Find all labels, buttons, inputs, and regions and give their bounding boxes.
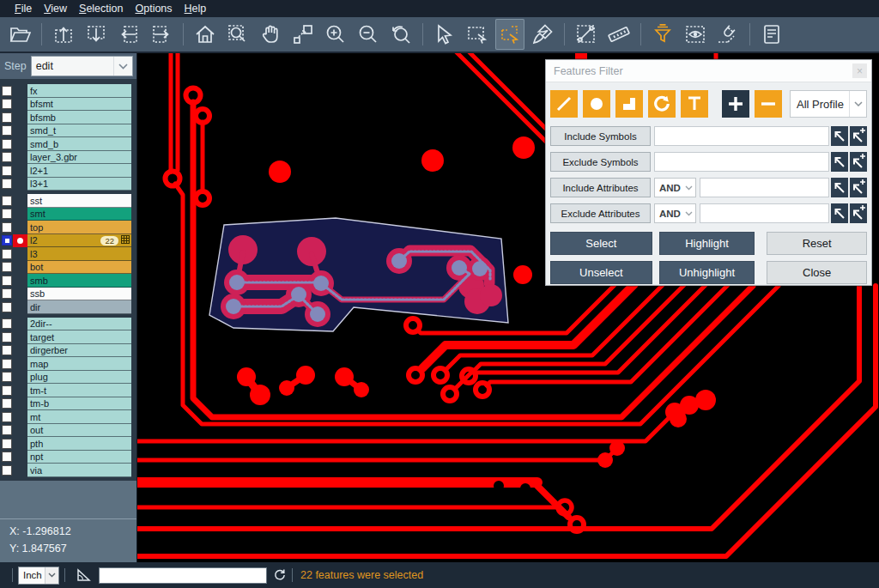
layer-indicator[interactable] bbox=[13, 451, 27, 464]
layer-name-cell[interactable]: l222 bbox=[27, 234, 131, 248]
pan-hand-button[interactable] bbox=[256, 19, 285, 50]
filter-input[interactable] bbox=[654, 152, 829, 172]
layer-row-ssb[interactable]: ssb bbox=[0, 288, 136, 301]
layer-name-cell[interactable]: dir bbox=[27, 300, 131, 314]
layer-checkbox[interactable] bbox=[2, 385, 12, 396]
layer-name-cell[interactable]: ssb bbox=[27, 288, 131, 301]
layer-row-map[interactable]: map bbox=[0, 357, 136, 371]
filter-label-button[interactable]: Exclude Symbols bbox=[550, 152, 651, 172]
layer-checkbox[interactable] bbox=[2, 209, 12, 219]
select-button[interactable]: Select bbox=[550, 232, 652, 255]
layer-checkbox[interactable] bbox=[2, 412, 12, 422]
layer-indicator[interactable] bbox=[13, 164, 27, 178]
layer-checkbox[interactable] bbox=[2, 112, 12, 123]
filter-label-button[interactable]: Include Symbols bbox=[550, 126, 651, 146]
close-icon[interactable]: × bbox=[852, 64, 867, 78]
grid-table-icon[interactable] bbox=[121, 235, 130, 246]
menu-item-view[interactable]: View bbox=[38, 1, 73, 16]
filter-input[interactable] bbox=[700, 178, 829, 197]
sync-icon[interactable] bbox=[273, 568, 287, 582]
layer-checkbox[interactable] bbox=[2, 372, 12, 382]
pick-button[interactable] bbox=[831, 178, 848, 197]
layer-row-l2+1[interactable]: l2+1 bbox=[0, 164, 136, 178]
layer-row-target[interactable]: target bbox=[0, 330, 136, 344]
layer-name-cell[interactable]: target bbox=[27, 330, 131, 344]
layer-row-tm-b[interactable]: tm-b bbox=[0, 397, 136, 411]
layer-checkbox[interactable] bbox=[2, 249, 12, 259]
layer-checkbox[interactable] bbox=[2, 302, 12, 312]
layer-checkbox[interactable] bbox=[2, 125, 12, 136]
layer-indicator[interactable] bbox=[13, 261, 27, 275]
paste-left-button[interactable] bbox=[114, 19, 143, 50]
and-or-select[interactable]: AND bbox=[654, 178, 696, 197]
and-or-select[interactable]: AND bbox=[654, 203, 696, 223]
pick-add-button[interactable] bbox=[850, 203, 867, 223]
filter-input[interactable] bbox=[654, 126, 829, 146]
layer-indicator[interactable] bbox=[13, 247, 27, 261]
unhighlight-button[interactable]: Unhighlight bbox=[659, 261, 755, 284]
layer-name-cell[interactable]: 2dir-- bbox=[27, 318, 131, 331]
layer-indicator[interactable] bbox=[13, 318, 27, 331]
close-button[interactable]: Close bbox=[767, 261, 867, 284]
menu-item-help[interactable]: Help bbox=[179, 1, 213, 16]
layer-name-cell[interactable]: layer_3.gbr bbox=[27, 151, 131, 165]
layer-indicator[interactable] bbox=[13, 151, 27, 165]
layer-checkbox[interactable] bbox=[2, 359, 12, 369]
unselect-button[interactable]: Unselect bbox=[550, 261, 652, 284]
layer-row-bot[interactable]: bot bbox=[0, 261, 136, 275]
unit-select[interactable]: Inch bbox=[18, 567, 59, 585]
layer-row-tm-t[interactable]: tm-t bbox=[0, 384, 136, 397]
paste-up-button[interactable] bbox=[49, 19, 78, 50]
text-filter-button[interactable] bbox=[681, 90, 708, 118]
home-button[interactable] bbox=[191, 19, 220, 50]
filter-input[interactable] bbox=[700, 203, 829, 223]
layer-checkbox[interactable] bbox=[2, 235, 12, 246]
layer-checkbox[interactable] bbox=[2, 425, 12, 435]
paste-right-button[interactable] bbox=[147, 19, 176, 50]
report-button[interactable] bbox=[757, 19, 786, 50]
layer-row-l3+1[interactable]: l3+1 bbox=[0, 178, 136, 191]
select-polygon-button[interactable] bbox=[495, 19, 524, 50]
layer-name-cell[interactable]: smd_t bbox=[27, 124, 131, 138]
layer-name-cell[interactable]: plug bbox=[27, 371, 131, 385]
layer-indicator[interactable] bbox=[13, 357, 27, 371]
filter-label-button[interactable]: Include Attributes bbox=[550, 178, 651, 197]
layer-checkbox[interactable] bbox=[2, 152, 12, 162]
layer-checkbox[interactable] bbox=[2, 179, 12, 189]
layer-row-l3[interactable]: l3 bbox=[0, 247, 136, 261]
layer-checkbox[interactable] bbox=[2, 398, 12, 409]
layer-checkbox[interactable] bbox=[2, 276, 12, 286]
zoom-object-button[interactable] bbox=[288, 19, 318, 50]
layer-indicator[interactable] bbox=[13, 221, 27, 234]
measure-distance-button[interactable] bbox=[572, 19, 601, 50]
layer-name-cell[interactable]: out bbox=[27, 424, 131, 438]
layer-name-cell[interactable]: pth bbox=[27, 437, 131, 451]
layer-row-fx[interactable]: fx bbox=[0, 84, 136, 98]
layer-indicator[interactable] bbox=[13, 208, 27, 221]
layer-name-cell[interactable]: via bbox=[27, 464, 131, 477]
zoom-out-button[interactable] bbox=[354, 19, 383, 50]
pad-filter-button[interactable] bbox=[583, 90, 610, 118]
layer-name-cell[interactable]: bfsmt bbox=[27, 98, 131, 112]
layer-checkbox[interactable] bbox=[2, 345, 12, 355]
reset-button[interactable]: Reset bbox=[767, 232, 867, 255]
layer-indicator[interactable] bbox=[13, 330, 27, 344]
plus-filter-button[interactable] bbox=[722, 90, 749, 118]
active-layer-indicator[interactable] bbox=[13, 234, 27, 248]
layer-name-cell[interactable]: bot bbox=[27, 261, 131, 275]
zoom-window-button[interactable] bbox=[223, 19, 252, 50]
brush-button[interactable] bbox=[528, 19, 557, 50]
layer-indicator[interactable] bbox=[13, 424, 27, 438]
layer-checkbox[interactable] bbox=[2, 262, 12, 272]
select-arrow-button[interactable] bbox=[430, 19, 459, 50]
layer-indicator[interactable] bbox=[13, 274, 27, 288]
layer-row-plug[interactable]: plug bbox=[0, 371, 136, 385]
layer-checkbox[interactable] bbox=[2, 166, 12, 176]
layer-checkbox[interactable] bbox=[2, 465, 12, 476]
layer-name-cell[interactable]: fx bbox=[27, 84, 131, 98]
layer-name-cell[interactable]: smt bbox=[27, 208, 131, 221]
layer-row-smb[interactable]: smb bbox=[0, 274, 136, 288]
layer-row-via[interactable]: via bbox=[0, 464, 136, 477]
layer-indicator[interactable] bbox=[13, 194, 27, 208]
layer-indicator[interactable] bbox=[13, 344, 27, 358]
